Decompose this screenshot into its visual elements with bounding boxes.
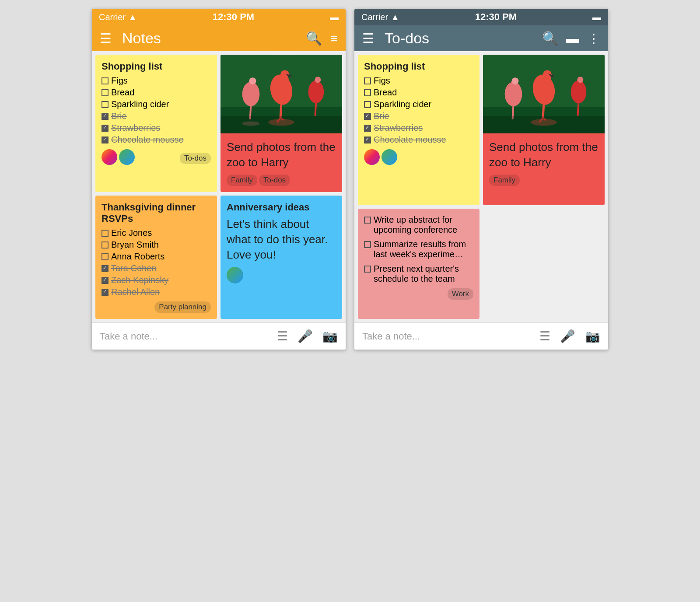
- svg-line-3: [280, 103, 281, 118]
- shopping-list-title: Shopping list: [102, 61, 211, 72]
- avatar-4: [382, 149, 397, 165]
- search-icon-2[interactable]: 🔍: [542, 31, 558, 46]
- flamingo-image: [220, 55, 342, 133]
- status-bar-notes: Carrier ▲ 12:30 PM ▬: [92, 9, 346, 25]
- rachel-checkbox[interactable]: [102, 289, 108, 296]
- anniversary-text: Let's think about what to do this year. …: [227, 217, 336, 262]
- thanksgiving-card[interactable]: Thanksgiving dinner RSVPs Eric Jones Bry…: [95, 196, 217, 319]
- shopping-list-title-2: Shopping list: [364, 61, 473, 72]
- svg-point-33: [577, 77, 583, 83]
- wifi-icon-2: ▲: [391, 12, 399, 22]
- work-todos-checklist: Write up abstract for upcoming conferenc…: [364, 215, 473, 284]
- strawberries-checkbox[interactable]: [102, 125, 108, 132]
- svg-line-13: [315, 102, 316, 116]
- party-planning-tag[interactable]: Party planning: [154, 301, 211, 313]
- choc-cb-2[interactable]: [364, 136, 371, 144]
- bottom-bar-todos: Take a note... ☰ 🎤 📷: [354, 322, 608, 350]
- abstract-checkbox[interactable]: [364, 217, 371, 224]
- list-icon-2[interactable]: ☰: [539, 329, 550, 343]
- phones-container: Carrier ▲ 12:30 PM ▬ ☰ Notes 🔍 ≡ Shoppin…: [83, 0, 617, 358]
- tara-checkbox[interactable]: [102, 265, 108, 272]
- camera-icon-2[interactable]: 📷: [585, 329, 600, 343]
- shopping-avatars: [102, 149, 135, 165]
- view-icon[interactable]: ≡: [330, 31, 338, 46]
- svg-point-34: [531, 119, 557, 126]
- svg-line-23: [543, 118, 546, 120]
- zach-checkbox[interactable]: [102, 277, 108, 284]
- bryan-checkbox[interactable]: [102, 242, 108, 248]
- shopping-list-card[interactable]: Shopping list Figs Bread Sparkling cider…: [95, 55, 217, 192]
- svg-line-21: [543, 103, 544, 118]
- svg-point-17: [242, 122, 260, 126]
- list-icon[interactable]: ☰: [277, 329, 288, 343]
- todos-tag-shopping[interactable]: To-dos: [180, 153, 211, 164]
- sparkling-cb-2[interactable]: [364, 101, 371, 108]
- flamingo-note-text: Send photos from the zoo to Harry Family…: [220, 133, 342, 192]
- wifi-icon: ▲: [128, 12, 137, 22]
- brie-checkbox[interactable]: [102, 113, 108, 120]
- anniversary-card[interactable]: Anniversary ideas Let's think about what…: [220, 196, 342, 319]
- present-checkbox[interactable]: [364, 266, 371, 273]
- eric-checkbox[interactable]: [102, 230, 108, 237]
- tara-cohen-label: Tara Cohen: [111, 263, 156, 273]
- take-note-placeholder-2[interactable]: Take a note...: [362, 331, 539, 342]
- camera-icon[interactable]: 📷: [322, 329, 338, 343]
- svg-line-9: [250, 105, 251, 119]
- avatar-3: [364, 149, 380, 165]
- flamingo-note-text-2: Send photos from the zoo to Harry Family: [483, 133, 605, 205]
- family-tag-2[interactable]: Family: [489, 175, 520, 186]
- menu-icon[interactable]: ☰: [100, 31, 112, 46]
- carrier-text: Carrier: [99, 12, 126, 22]
- mic-icon[interactable]: 🎤: [298, 329, 313, 343]
- strawberries-cb-2[interactable]: [364, 125, 371, 132]
- phone-todos: Carrier ▲ 12:30 PM ▬ ☰ To-dos 🔍 ▬ ⋮ Shop…: [354, 9, 608, 350]
- toolbar-title-todos: To-dos: [385, 30, 537, 47]
- svg-line-5: [280, 118, 284, 120]
- svg-point-16: [268, 119, 294, 126]
- notes-grid: Shopping list Figs Bread Sparkling cider…: [92, 51, 346, 322]
- avatar-2: [119, 149, 135, 165]
- todos-grid: Shopping list Figs Bread Sparkling cider…: [354, 51, 608, 322]
- svg-point-11: [249, 77, 256, 84]
- phone-notes: Carrier ▲ 12:30 PM ▬ ☰ Notes 🔍 ≡ Shoppin…: [92, 9, 346, 350]
- brie-cb-2[interactable]: [364, 113, 371, 120]
- shopping-list-card-2[interactable]: Shopping list Figs Bread Sparkling cider…: [358, 55, 480, 205]
- flamingo-image-2: [483, 55, 605, 133]
- anna-checkbox[interactable]: [102, 253, 108, 260]
- toolbar-todos: ☰ To-dos 🔍 ▬ ⋮: [354, 25, 608, 51]
- bread-checkbox[interactable]: [102, 89, 108, 96]
- flamingo-card[interactable]: Send photos from the zoo to Harry Family…: [220, 55, 342, 192]
- battery-icon: ▬: [330, 12, 339, 22]
- sparkling-cider-checkbox[interactable]: [102, 101, 108, 108]
- anniversary-avatar: [227, 267, 243, 284]
- bread-cb-2[interactable]: [364, 89, 371, 96]
- figs-cb-2[interactable]: [364, 77, 371, 84]
- mic-icon-2[interactable]: 🎤: [560, 329, 575, 343]
- search-icon[interactable]: 🔍: [306, 31, 322, 46]
- svg-line-27: [513, 105, 514, 119]
- todos-tag-flamingo[interactable]: To-dos: [259, 175, 290, 186]
- flamingo-card-2[interactable]: Send photos from the zoo to Harry Family: [483, 55, 605, 205]
- menu-icon-2[interactable]: ☰: [362, 31, 374, 46]
- svg-point-15: [315, 77, 321, 83]
- time-display: 12:30 PM: [213, 11, 254, 23]
- carrier-text-2: Carrier: [361, 12, 388, 22]
- work-tag[interactable]: Work: [448, 288, 473, 300]
- thanksgiving-checklist: Eric Jones Bryan Smith Anna Roberts Tara…: [102, 228, 211, 297]
- toolbar-title-notes: Notes: [122, 30, 301, 47]
- shopping-avatars-2: [364, 149, 397, 165]
- view-icon-2[interactable]: ▬: [566, 31, 579, 46]
- take-note-placeholder[interactable]: Take a note...: [100, 331, 277, 342]
- svg-line-22: [539, 118, 543, 122]
- more-icon[interactable]: ⋮: [587, 31, 600, 46]
- family-tag-1[interactable]: Family: [227, 175, 257, 186]
- time-display-2: 12:30 PM: [475, 11, 517, 23]
- shopping-list-checklist: Figs Bread Sparkling cider Brie Strawber…: [102, 76, 211, 145]
- work-todos-card[interactable]: Write up abstract for upcoming conferenc…: [358, 209, 480, 319]
- summarize-checkbox[interactable]: [364, 241, 371, 248]
- status-bar-todos: Carrier ▲ 12:30 PM ▬: [354, 9, 608, 25]
- figs-checkbox[interactable]: [102, 77, 108, 84]
- svg-point-29: [512, 77, 519, 84]
- chocolate-mousse-checkbox[interactable]: [102, 136, 108, 144]
- svg-line-31: [578, 102, 578, 116]
